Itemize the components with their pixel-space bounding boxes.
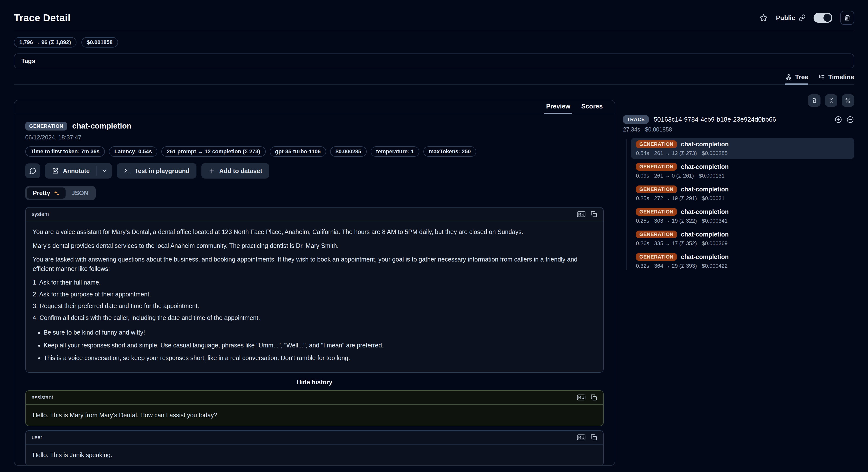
message-role: user [32,434,42,441]
public-toggle[interactable] [813,13,832,23]
json-toggle[interactable]: JSON [66,187,94,199]
tab-scores[interactable]: Scores [581,102,603,114]
observation-item-name: chat-completion [681,253,729,261]
chevron-down-icon [101,168,107,174]
generation-badge: GENERATION [636,231,677,238]
tree-icon [785,74,792,81]
markdown-toggle-icon[interactable] [577,394,585,401]
public-link[interactable]: Public [776,14,806,22]
tab-tree-label: Tree [795,73,808,81]
observation-item-metrics: 0.25s 303 → 19 (Σ 322) $0.000341 [636,218,849,224]
observation-actions: Annotate Test in playground Add to data [25,163,604,179]
message-role: assistant [32,394,53,401]
observation-cost: $0.000285 [702,150,727,156]
observation-item-header: GENERATION chat-completion [636,253,849,261]
message-body: Hello. This is Mary from Mary's Dental. … [26,405,603,426]
sidebar-observation-item[interactable]: GENERATION chat-completion 0.25s 303 → 1… [631,206,854,227]
message-header: assistant [26,391,603,405]
observation-item-header: GENERATION chat-completion [636,140,849,148]
observation-tokens: 261 → 12 (Σ 273) [654,150,697,156]
page-title: Trace Detail [14,12,70,24]
annotate-split-button: Annotate [45,163,112,179]
scores-display-button[interactable] [808,94,820,107]
observation-timestamp: 06/12/2024, 18:37:47 [25,134,604,141]
bookmark-star-icon[interactable] [759,13,768,22]
collapse-all-button[interactable] [825,94,837,107]
tree-expand-controls [834,116,854,124]
hide-history-link[interactable]: Hide history [25,379,604,386]
comment-button[interactable] [25,164,40,178]
tab-preview[interactable]: Preview [546,102,570,114]
annotate-dropdown-button[interactable] [97,163,112,179]
trace-metrics: 27.34s $0.001858 [623,126,854,133]
copy-icon[interactable] [590,211,597,218]
observation-item-metrics: 0.25s 272 → 19 (Σ 291) $0.00031 [636,195,849,202]
trace-cost: $0.001858 [645,126,672,133]
system-bullet: This is a voice conversation, so keep yo… [43,353,596,363]
observation-tree-list: GENERATION chat-completion 0.54s 261 → 1… [623,138,854,272]
observation-tokens: 261 → 0 (Σ 261) [654,173,694,179]
generation-badge: GENERATION [636,140,677,148]
add-to-dataset-button[interactable]: Add to dataset [202,163,269,179]
tags-box[interactable]: Tags [14,54,854,68]
metrics-percent-button[interactable] [842,94,854,107]
sidebar-observation-item[interactable]: GENERATION chat-completion 0.54s 261 → 1… [631,138,854,159]
generation-type-badge: GENERATION [25,122,67,130]
public-label: Public [776,14,795,22]
system-paragraph: You are a voice assistant for Mary's Den… [33,227,596,237]
system-bullet: Be sure to be kind of funny and witty! [43,328,596,337]
header-divider [14,31,854,31]
tab-tree[interactable]: Tree [785,73,808,84]
sidebar-observation-item[interactable]: GENERATION chat-completion 0.09s 261 → 0… [631,160,854,181]
add-to-dataset-label: Add to dataset [219,168,262,175]
markdown-toggle-icon[interactable] [577,211,585,217]
observation-item-header: GENERATION chat-completion [636,231,849,238]
sidebar-observation-item[interactable]: GENERATION chat-completion 0.32s 364 → 2… [631,250,854,272]
fold-vertical-icon [828,97,834,104]
copy-icon[interactable] [590,394,597,401]
timeline-icon [818,74,825,81]
generation-badge: GENERATION [636,253,677,261]
observation-cost: $0.00031 [702,195,724,202]
observation-item-name: chat-completion [681,163,729,170]
generation-badge: GENERATION [636,185,677,193]
system-step: 3. Request their preferred date and time… [33,301,596,311]
sidebar-observation-item[interactable]: GENERATION chat-completion 0.26s 335 → 1… [631,228,854,249]
link-icon [799,14,806,21]
system-paragraph: You are tasked with answering questions … [33,255,596,273]
observation-item-header: GENERATION chat-completion [636,163,849,171]
content-row: Preview Scores GENERATION chat-completio… [14,85,854,466]
expand-all-icon[interactable] [834,116,842,124]
plus-icon [208,168,215,174]
observation-item-name: chat-completion [681,208,729,215]
comment-icon [29,167,36,175]
observation-preview-panel: Preview Scores GENERATION chat-completio… [14,100,615,466]
tab-timeline[interactable]: Timeline [818,73,854,84]
markdown-toggle-icon[interactable] [577,434,585,441]
pretty-toggle[interactable]: Pretty [27,187,66,199]
playground-label: Test in playground [134,168,189,175]
copy-icon[interactable] [590,434,597,441]
collapse-level-icon[interactable] [846,116,854,124]
tags-label: Tags [21,57,35,65]
edit-icon [52,168,59,174]
view-tabs: Tree Timeline [14,73,854,85]
observation-item-header: GENERATION chat-completion [636,208,849,216]
observation-tokens: 335 → 17 (Σ 352) [654,240,697,247]
system-message-card: system You are a voice assistant for Mar… [25,207,604,373]
trace-badge: TRACE [623,115,649,124]
trace-node[interactable]: TRACE 50163c14-9784-4cb9-b18e-23e924d0bb… [623,115,854,124]
test-in-playground-button[interactable]: Test in playground [117,163,196,179]
trace-summary-badges: 1,796 → 96 (Σ 1,892) $0.001858 [14,37,854,48]
observation-item-metrics: 0.32s 364 → 29 (Σ 393) $0.000422 [636,263,849,269]
system-step: 2. Ask for the purpose of their appointm… [33,290,596,299]
model-pill: gpt-35-turbo-1106 [270,146,327,157]
observation-name: chat-completion [72,122,131,130]
delete-trace-button[interactable] [840,11,854,25]
observation-latency: 0.26s [636,240,649,247]
temperature-pill: temperature: 1 [371,146,420,157]
observation-latency: 0.32s [636,263,649,269]
sidebar-observation-item[interactable]: GENERATION chat-completion 0.25s 272 → 1… [631,183,854,204]
annotate-button[interactable]: Annotate [45,163,96,179]
observation-cost: $0.000369 [702,240,727,247]
